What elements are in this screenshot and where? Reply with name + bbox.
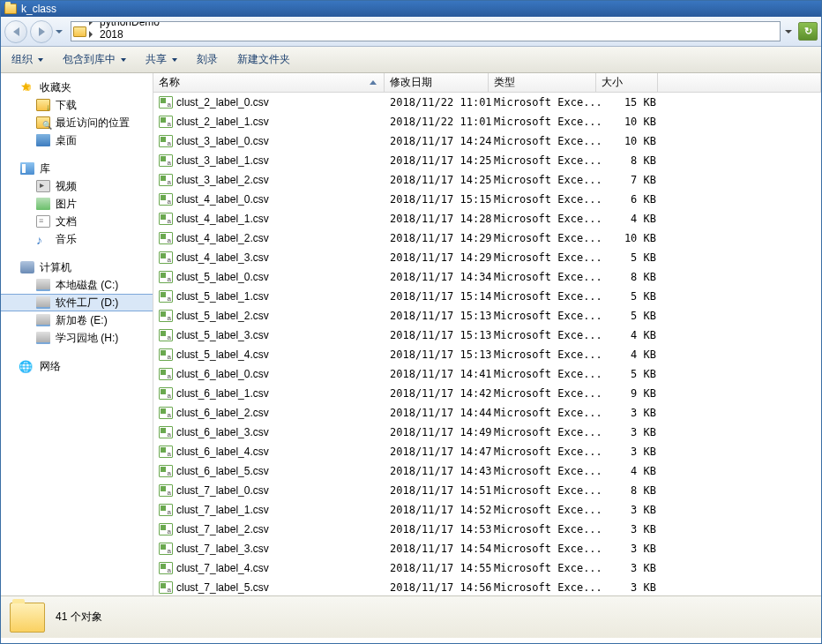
file-row[interactable]: clust_4_label_2.csv2018/11/17 14:29Micro… [153,228,821,248]
sidebar-item-h[interactable]: 学习园地 (H:) [1,329,153,347]
file-name: clust_6_label_4.csv [176,446,269,458]
csv-icon [159,581,173,594]
libraries-header[interactable]: 库 [1,160,153,177]
file-name: clust_7_label_4.csv [176,562,269,574]
sidebar-item-desktop[interactable]: 桌面 [1,131,153,149]
file-name: clust_4_label_0.csv [176,193,269,206]
file-row[interactable]: clust_7_label_3.csv2018/11/17 14:54Micro… [153,539,821,558]
address-dropdown[interactable] [781,30,796,34]
sidebar-item-documents[interactable]: 文档 [1,213,153,230]
file-type: Microsoft Exce... [494,523,602,535]
file-date: 2018/11/17 14:24 [390,135,494,147]
include-in-library-button[interactable]: 包含到库中 [61,49,128,71]
file-type: Microsoft Exce... [494,446,602,458]
share-button[interactable]: 共享 [144,49,179,71]
file-row[interactable]: clust_7_label_2.csv2018/11/17 14:53Micro… [153,520,821,539]
back-button[interactable] [4,20,27,43]
file-date: 2018/11/17 14:42 [390,387,494,400]
file-row[interactable]: clust_6_label_5.csv2018/11/17 14:43Micro… [153,461,821,481]
file-row[interactable]: clust_6_label_1.csv2018/11/17 14:42Micro… [153,384,821,403]
sidebar-item-label: 音乐 [56,232,77,247]
file-row[interactable]: clust_7_label_4.csv2018/11/17 14:55Micro… [153,558,821,578]
sidebar-item-downloads[interactable]: 下载 [1,96,153,114]
file-row[interactable]: clust_4_label_3.csv2018/11/17 14:29Micro… [153,248,821,267]
dl-icon [36,99,50,111]
file-type: Microsoft Exce... [494,96,602,109]
file-row[interactable]: clust_2_label_1.csv2018/11/22 11:01Micro… [153,112,821,131]
csv-icon [159,271,173,283]
file-size: 15 KB [602,96,663,109]
sidebar-item-e[interactable]: 新加卷 (E:) [1,311,153,329]
sidebar-item-label: 本地磁盘 (C:) [56,278,118,293]
file-size: 3 KB [602,407,663,419]
file-name: clust_5_label_0.csv [176,271,269,283]
sidebar-item-label: 图片 [56,197,77,212]
file-row[interactable]: clust_7_label_5.csv2018/11/17 14:56Micro… [153,578,821,595]
address-bar[interactable]: 计算机软件工厂 (D:)pythonDemo2018November11-22k… [71,21,781,41]
file-row[interactable]: clust_5_label_4.csv2018/11/17 15:13Micro… [153,345,821,364]
file-row[interactable]: clust_4_label_1.csv2018/11/17 14:28Micro… [153,209,821,228]
file-row[interactable]: clust_5_label_1.csv2018/11/17 15:14Micro… [153,287,821,306]
file-type: Microsoft Exce... [494,426,602,438]
file-row[interactable]: clust_7_label_1.csv2018/11/17 14:52Micro… [153,500,821,520]
refresh-button[interactable] [798,22,818,41]
file-row[interactable]: clust_6_label_2.csv2018/11/17 14:44Micro… [153,403,821,423]
file-size: 3 KB [602,446,663,458]
column-spacer [658,73,821,92]
file-row[interactable]: clust_5_label_2.csv2018/11/17 15:13Micro… [153,306,821,326]
sidebar-item-recent[interactable]: 最近访问的位置 [1,114,153,131]
breadcrumb-segment[interactable]: pythonDemo [89,21,168,28]
sidebar-item-videos[interactable]: 视频 [1,177,153,195]
file-row[interactable]: clust_4_label_0.csv2018/11/17 15:15Micro… [153,190,821,209]
file-size: 8 KB [602,484,663,497]
file-row[interactable]: clust_3_label_1.csv2018/11/17 14:25Micro… [153,151,821,170]
sidebar-item-c[interactable]: 本地磁盘 (C:) [1,276,153,294]
computer-icon [20,261,34,273]
csv-icon [159,232,173,244]
pic-icon [36,198,50,210]
computer-header[interactable]: 计算机 [1,258,153,276]
sidebar-item-label: 最近访问的位置 [56,116,130,131]
file-row[interactable]: clust_5_label_0.csv2018/11/17 14:34Micro… [153,267,821,287]
column-type[interactable]: 类型 [489,73,596,92]
file-row[interactable]: clust_2_label_0.csv2018/11/22 11:01Micro… [153,93,821,112]
navigation-bar: 计算机软件工厂 (D:)pythonDemo2018November11-22k… [1,17,821,47]
network-header[interactable]: 网络 [1,357,153,375]
new-folder-button[interactable]: 新建文件夹 [235,49,292,71]
column-size[interactable]: 大小 [596,73,658,92]
favorites-group: 收藏夹 下载最近访问的位置桌面 [1,79,153,149]
file-list[interactable]: clust_2_label_0.csv2018/11/22 11:01Micro… [153,93,821,595]
file-row[interactable]: clust_6_label_0.csv2018/11/17 14:41Micro… [153,364,821,384]
history-dropdown[interactable] [53,20,65,43]
drive-icon [36,296,50,309]
column-name[interactable]: 名称 [153,73,385,92]
folder-icon [10,603,45,633]
csv-icon [159,387,173,400]
file-row[interactable]: clust_3_label_0.csv2018/11/17 14:24Micro… [153,131,821,151]
file-row[interactable]: clust_7_label_0.csv2018/11/17 14:51Micro… [153,481,821,500]
file-size: 3 KB [602,562,663,574]
doc-icon [36,215,50,228]
favorites-header[interactable]: 收藏夹 [1,79,153,96]
file-type: Microsoft Exce... [494,251,602,264]
csv-icon [159,484,173,497]
sidebar-item-pictures[interactable]: 图片 [1,195,153,213]
file-row[interactable]: clust_6_label_4.csv2018/11/17 14:47Micro… [153,442,821,461]
file-type: Microsoft Exce... [494,581,602,594]
file-row[interactable]: clust_6_label_3.csv2018/11/17 14:49Micro… [153,423,821,442]
csv-icon [159,310,173,322]
sidebar-item-label: 文档 [56,214,77,229]
csv-icon [159,523,173,535]
forward-button[interactable] [30,20,53,43]
burn-button[interactable]: 刻录 [195,49,220,71]
sidebar-item-music[interactable]: 音乐 [1,230,153,248]
window-titlebar: k_class [1,1,821,17]
column-date[interactable]: 修改日期 [385,73,489,92]
sidebar-item-d[interactable]: 软件工厂 (D:) [1,294,153,311]
file-row[interactable]: clust_5_label_3.csv2018/11/17 15:13Micro… [153,326,821,345]
organize-button[interactable]: 组织 [10,49,45,71]
breadcrumb-segment[interactable]: 2018 [89,28,168,41]
file-row[interactable]: clust_3_label_2.csv2018/11/17 14:25Micro… [153,170,821,190]
breadcrumb-segment[interactable]: November [89,41,168,42]
file-size: 8 KB [602,154,663,167]
